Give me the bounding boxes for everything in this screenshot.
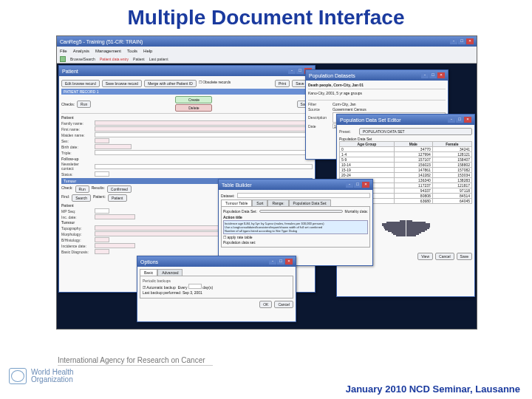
table-row: 1-4127994128121 [340,152,472,157]
minimize-icon[interactable]: - [448,117,455,123]
section-followup: Follow-up [61,157,313,161]
print-button[interactable]: Print [275,80,290,87]
table-row: 10-14156023158802 [340,163,472,168]
menu-help[interactable]: Help [143,49,152,53]
tablebuilder-window[interactable]: Table Builder-□× Dataset: Tumour Table S… [218,179,373,266]
close-icon[interactable]: × [466,38,474,44]
pdset-select[interactable] [259,210,343,213]
filter-value: Corn-City, Jan [332,102,356,106]
run2-button[interactable]: Run [75,185,89,193]
section-backup: Periodic backups [143,279,290,283]
minimize-icon[interactable]: - [346,182,353,188]
lastbackup-label: Last backup performed: Sep 3, 2001 [143,290,290,295]
table-row: 15-19147861157082 [340,168,472,173]
gen-checkbox[interactable]: ☐ apply rate table [223,235,368,239]
bhist-field[interactable] [95,237,109,242]
obsolete-checkbox[interactable]: ☐ Obsolete records [199,80,231,87]
tb-browse[interactable]: Browse/Search [70,57,95,61]
toolbar: Browse/Search Patient data entry Patient… [57,55,477,64]
search-button[interactable]: Search [72,194,91,202]
mdi-client-area: Patient-□× Edit browse record Save brows… [57,64,477,329]
close-icon[interactable]: × [464,117,471,123]
menu-tools[interactable]: Tools [127,49,137,53]
patient-button[interactable]: Patient [108,194,127,202]
patient-titlebar[interactable]: Patient-□× [59,66,315,76]
triple-field[interactable] [95,150,313,155]
tb-last[interactable]: Last patient [149,57,168,61]
iarc-text: International Agency for Research on Can… [58,356,213,366]
status-field[interactable] [95,171,109,177]
minimize-icon[interactable]: - [269,259,276,265]
maiden-name-field[interactable] [95,132,313,137]
tab-sort[interactable]: Sort [252,200,267,206]
tab-popdata[interactable]: Population Data Set: [289,200,332,206]
action-title: Action title [223,215,368,219]
checks-label: Checks: [61,102,75,106]
close-icon[interactable]: × [285,259,293,265]
cancel-button[interactable]: Cancel [435,253,454,260]
home-icon[interactable] [60,56,66,62]
maximize-icon[interactable]: □ [277,259,284,265]
tb-patient[interactable]: Patient [133,57,145,61]
menu-analysis[interactable]: Analysis [73,49,89,53]
view-button[interactable]: View [417,253,433,260]
create-button[interactable]: Create [175,96,212,103]
maximize-icon[interactable]: □ [456,117,463,123]
maximize-icon[interactable]: □ [429,72,437,78]
ok-button[interactable]: OK [259,301,272,308]
family-name-field[interactable] [95,120,313,126]
maximize-icon[interactable]: □ [296,68,304,74]
footer-caption: January 2010 NCD Seminar, Lausanne [346,383,520,395]
popdata-subtitle: Death people, Corn-City, Jan 01 [308,83,446,87]
popdata-item[interactable]: Kano-City, 2001, 5 yr age groups [308,91,446,95]
minimize-icon[interactable]: - [421,72,429,78]
incdate-field[interactable] [95,214,135,219]
table-row: 5-9157107158407 [340,157,472,163]
merge-button[interactable]: Merge with other Patient ID [144,80,197,87]
incdate2-field[interactable] [95,243,135,248]
cancel-button[interactable]: Cancel [274,301,293,308]
tb-entry[interactable]: Patient data entry [100,57,129,61]
dataset-field[interactable] [237,193,370,198]
tab-basic[interactable]: Basic [140,269,157,276]
tab-range[interactable]: Range: [267,200,288,206]
menu-file[interactable]: File [60,49,67,53]
app-title-text: CanReg5 - Training (51-CR: TRAIN) [60,39,143,44]
close-icon[interactable]: × [362,182,369,188]
days-field[interactable] [188,284,202,289]
section-patient: Patient [61,115,313,120]
minimize-icon[interactable]: - [450,38,457,44]
who-logo-icon [9,368,27,384]
tab-tumour[interactable]: Tumour Table [221,200,252,206]
slide-title: Multiple Document Interface [0,0,532,33]
minimize-icon[interactable]: - [288,68,296,74]
app-titlebar: CanReg5 - Training (51-CR: TRAIN) -□× [57,36,477,47]
first-name-field[interactable] [95,126,313,132]
delete-button[interactable]: Delete [175,104,212,112]
slide-footer: International Agency for Research on Can… [9,356,523,395]
table-row: 03477034241 [340,147,472,152]
confirmed-button[interactable]: Confirmed [107,185,132,193]
save-button[interactable]: Save [457,253,472,260]
sex-field[interactable] [95,138,109,143]
mpseq-field[interactable] [95,208,109,214]
who-text: World HealthOrganization [31,369,74,384]
table-row: 20-24142282153034 [340,173,472,178]
menu-management[interactable]: Management [95,49,121,53]
birth-date-field[interactable] [95,144,132,149]
edit-browse-button[interactable]: Edit browse record [61,80,100,87]
patient-record-header: PATIENT RECORD 1 [61,89,313,95]
source-value: Government Census [332,107,366,112]
menubar: File Analysis Management Tools Help [57,47,477,55]
run-button[interactable]: Run [77,100,91,108]
tab-advanced[interactable]: Advanced [157,269,183,276]
maximize-icon[interactable]: □ [354,182,361,188]
close-icon[interactable]: × [437,72,445,78]
contact-field[interactable] [95,164,313,169]
basicdiag-field[interactable] [95,249,109,254]
options-window[interactable]: Options-□× Basic Advanced Periodic backu… [137,256,296,322]
save-browse-button[interactable]: Save browse record [102,80,142,87]
autobackup-checkbox[interactable]: ☑ Automatic backup Every day(s) [143,284,290,290]
maximize-icon[interactable]: □ [458,38,466,44]
preset-select[interactable]: POPULATION DATA SET [359,128,472,135]
